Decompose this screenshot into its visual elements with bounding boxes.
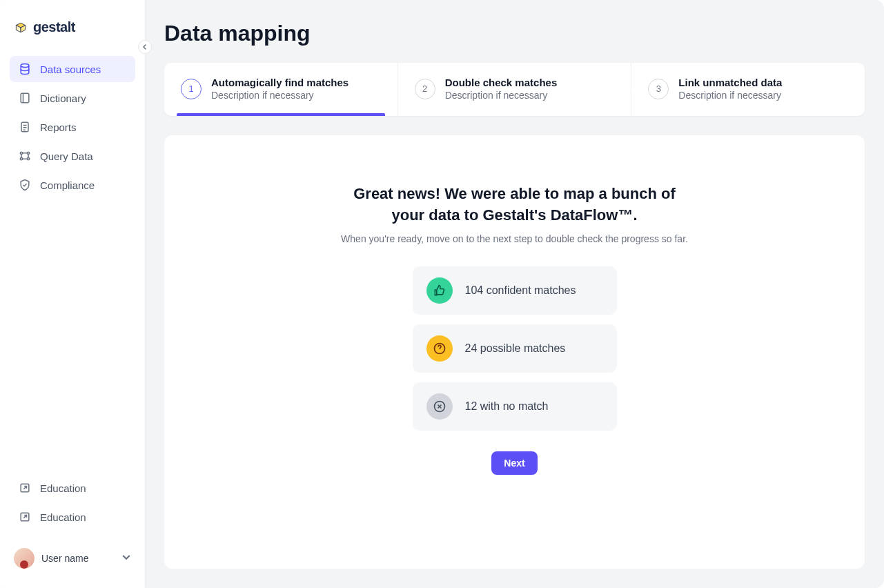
sidebar-item-education-2[interactable]: Education: [10, 504, 135, 530]
step-number: 3: [648, 79, 669, 99]
headline: Great news! We were able to map a bunch …: [335, 184, 694, 226]
stepper: 1 Automagically find matches Description…: [164, 63, 865, 116]
sidebar-item-education-1[interactable]: Education: [10, 475, 135, 501]
stat-nomatch: 12 with no match: [413, 382, 617, 431]
next-button[interactable]: Next: [491, 451, 537, 475]
step-title: Double check matches: [445, 77, 558, 88]
subline: When you're ready, move on to the next s…: [341, 233, 688, 244]
svg-point-5: [20, 158, 22, 160]
step-3[interactable]: 3 Link unmatched data Description if nec…: [631, 63, 865, 116]
sidebar-item-label: Dictionary: [40, 92, 86, 104]
sidebar-item-data-sources[interactable]: Data sources: [10, 56, 135, 82]
user-name: User name: [41, 553, 115, 564]
step-desc: Description if necessary: [445, 90, 558, 101]
logo: gestalt: [10, 14, 135, 52]
primary-nav: Data sources Dictionary Reports Query Da…: [10, 56, 135, 198]
external-link-icon: [18, 510, 32, 524]
chevron-down-icon: [121, 552, 131, 565]
step-title: Automagically find matches: [211, 77, 348, 88]
sidebar-item-compliance[interactable]: Compliance: [10, 172, 135, 198]
x-circle-icon: [426, 393, 453, 420]
database-icon: [18, 62, 32, 76]
page-title: Data mapping: [164, 21, 865, 46]
step-2[interactable]: 2 Double check matches Description if ne…: [398, 63, 632, 116]
sidebar-item-label: Education: [40, 482, 86, 494]
collapse-sidebar-button[interactable]: [138, 40, 152, 54]
sidebar-item-label: Education: [40, 511, 86, 523]
external-link-icon: [18, 481, 32, 495]
step-number: 1: [181, 79, 202, 99]
avatar: [14, 548, 35, 569]
match-stats: 104 confident matches 24 possible matche…: [413, 266, 617, 431]
stat-text: 24 possible matches: [465, 342, 566, 355]
thumbs-up-icon: [426, 277, 453, 304]
sidebar-item-label: Compliance: [40, 179, 95, 191]
stat-text: 12 with no match: [465, 400, 549, 413]
svg-point-4: [27, 152, 29, 154]
logo-icon: [14, 21, 28, 35]
sidebar-item-reports[interactable]: Reports: [10, 114, 135, 140]
shield-icon: [18, 178, 32, 192]
svg-point-6: [27, 158, 29, 160]
user-menu[interactable]: User name: [10, 542, 135, 574]
sidebar-item-label: Reports: [40, 121, 77, 133]
nodes-icon: [18, 149, 32, 163]
svg-rect-1: [21, 93, 29, 102]
sidebar-footer-links: Education Education: [10, 475, 135, 530]
sidebar-item-label: Query Data: [40, 150, 93, 162]
step-desc: Description if necessary: [211, 90, 348, 101]
question-icon: [426, 335, 453, 362]
stat-confident: 104 confident matches: [413, 266, 617, 315]
book-icon: [18, 91, 32, 105]
step-1[interactable]: 1 Automagically find matches Description…: [164, 63, 398, 116]
sidebar-item-dictionary[interactable]: Dictionary: [10, 85, 135, 111]
step-title: Link unmatched data: [678, 77, 782, 88]
brand-name: gestalt: [33, 19, 75, 35]
svg-point-0: [21, 64, 29, 68]
stat-text: 104 confident matches: [465, 284, 576, 297]
sidebar: gestalt Data sources Dictionary: [0, 0, 145, 588]
document-icon: [18, 120, 32, 134]
stat-possible: 24 possible matches: [413, 324, 617, 373]
result-card: Great news! We were able to map a bunch …: [164, 135, 865, 569]
svg-point-3: [20, 152, 22, 154]
step-desc: Description if necessary: [678, 90, 782, 101]
sidebar-item-query-data[interactable]: Query Data: [10, 143, 135, 169]
step-number: 2: [415, 79, 435, 99]
sidebar-item-label: Data sources: [40, 63, 101, 75]
main-content: Data mapping 1 Automagically find matche…: [145, 0, 884, 588]
